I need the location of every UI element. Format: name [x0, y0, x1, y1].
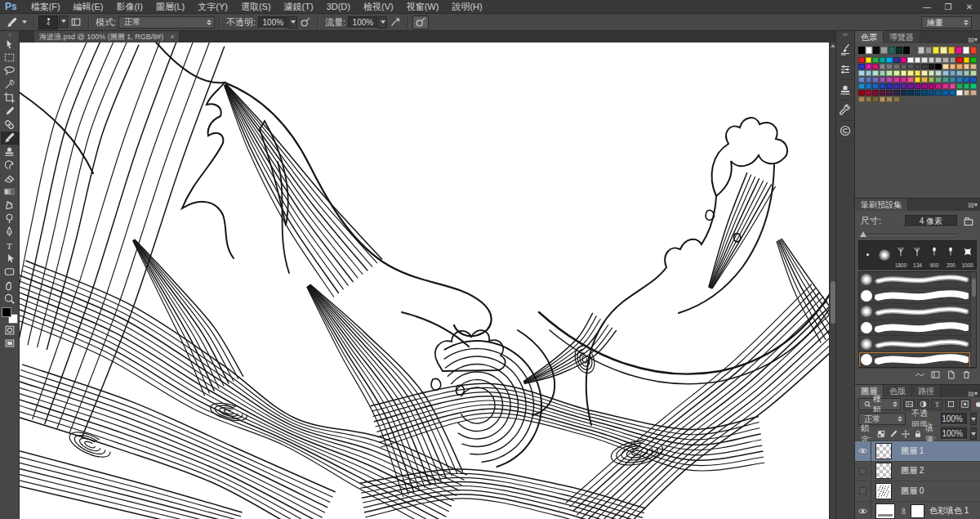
layer-row-1[interactable]: 圖層 2 [855, 462, 980, 482]
color-swatch[interactable] [907, 70, 914, 76]
color-swatch[interactable] [872, 90, 879, 96]
color-swatch[interactable] [901, 83, 907, 89]
brush-preset-row-1[interactable] [859, 289, 970, 305]
flow-dropdown[interactable] [378, 16, 387, 29]
color-swatch[interactable] [907, 77, 914, 83]
squiggle-button[interactable] [915, 369, 925, 380]
color-swatch[interactable] [886, 96, 893, 102]
color-swatch[interactable] [956, 70, 963, 76]
visibility-toggle[interactable] [855, 441, 871, 461]
recent-swatch[interactable] [873, 47, 880, 54]
color-swatch[interactable] [929, 83, 935, 89]
recent-swatch[interactable] [903, 47, 910, 54]
color-swatch[interactable] [893, 70, 900, 76]
color-swatch[interactable] [907, 57, 914, 63]
color-swatch[interactable] [901, 64, 907, 69]
color-swatch[interactable] [970, 77, 977, 83]
recent-swatch[interactable] [866, 47, 872, 54]
color-swatch[interactable] [880, 77, 886, 83]
color-swatch[interactable] [942, 57, 949, 63]
recent-swatch[interactable] [889, 47, 895, 54]
color-swatch[interactable] [964, 90, 970, 96]
document-tab[interactable]: 海波浪.psd @ 100% (圖層 1, RGB/8#) × [34, 31, 180, 43]
marquee-tool[interactable] [1, 51, 19, 64]
color-swatch[interactable] [866, 96, 872, 102]
menu-3[interactable]: 圖層(L) [149, 0, 191, 13]
visibility-toggle[interactable] [855, 462, 871, 481]
brush-tip-900[interactable]: 900 [926, 241, 942, 269]
color-swatch[interactable] [866, 77, 872, 83]
color-swatch[interactable] [907, 90, 914, 96]
panel-sq-button[interactable] [930, 369, 941, 380]
zoom-tool[interactable] [1, 292, 19, 305]
color-swatch[interactable] [950, 77, 956, 83]
color-swatch[interactable] [901, 77, 907, 83]
layer-row-0[interactable]: 圖層 1 [855, 441, 980, 462]
color-swatch[interactable] [880, 64, 886, 69]
color-swatch[interactable] [858, 96, 865, 102]
color-swatch[interactable] [921, 70, 928, 76]
color-swatch[interactable] [858, 70, 865, 76]
color-swatch[interactable] [880, 90, 886, 96]
visibility-toggle[interactable] [855, 481, 871, 501]
color-swatch[interactable] [907, 83, 914, 89]
color-swatch[interactable] [901, 90, 907, 96]
color-swatch[interactable] [866, 83, 872, 89]
airbrush-icon[interactable] [387, 16, 403, 29]
color-swatch[interactable] [886, 70, 893, 76]
color-swatch[interactable] [901, 70, 907, 76]
color-swatch[interactable] [964, 57, 970, 63]
foreground-color-swatch[interactable] [2, 307, 11, 317]
recent-swatch[interactable] [963, 47, 969, 54]
brush-list-scrollbar[interactable] [970, 272, 976, 367]
color-swatch[interactable] [893, 83, 900, 89]
color-swatch[interactable] [886, 83, 893, 89]
gradient-tool[interactable] [1, 185, 19, 198]
color-swatch[interactable] [901, 57, 907, 63]
color-swatch[interactable] [950, 57, 956, 63]
tab-swatches-1[interactable]: 導覽器 [884, 31, 920, 43]
menu-5[interactable]: 選取(S) [234, 0, 278, 13]
pressure-opacity-icon[interactable] [297, 16, 314, 29]
lock-all-button[interactable] [913, 429, 923, 439]
color-swatch[interactable] [858, 64, 865, 69]
layer-row-3[interactable]: 色彩填色 1 [855, 502, 980, 519]
dodge-tool[interactable] [1, 212, 19, 225]
lock-transparent-button[interactable] [876, 429, 886, 439]
menu-1[interactable]: 編輯(E) [67, 0, 110, 13]
tab-close-icon[interactable]: × [170, 33, 174, 41]
color-swatch[interactable] [872, 57, 879, 63]
menu-9[interactable]: 視窗(W) [400, 0, 446, 13]
blend-mode-select[interactable]: 正常 [118, 16, 215, 29]
color-swatch[interactable] [970, 83, 977, 89]
tab-layers-2[interactable]: 路徑 [912, 385, 941, 397]
brush-tip-200[interactable]: 200 [942, 241, 959, 269]
tab-swatches-0[interactable]: 色票 [855, 31, 884, 43]
brush-tip-soft[interactable] [875, 241, 892, 269]
filter-toggle[interactable] [975, 401, 977, 408]
minimize-button[interactable]: — [916, 0, 938, 13]
panel-menu-icon[interactable]: ▤▾ [968, 390, 978, 397]
color-swatch[interactable] [886, 77, 893, 83]
color-swatch[interactable] [915, 77, 921, 83]
scrollbar-thumb[interactable] [831, 281, 835, 324]
layer-fill-input[interactable]: 100% [941, 427, 967, 440]
color-swatch[interactable] [964, 83, 970, 89]
brush-preset-row-5[interactable] [859, 352, 970, 368]
color-swatch[interactable] [915, 70, 921, 76]
pen-tool[interactable] [1, 225, 19, 238]
menu-0[interactable]: 檔案(F) [24, 0, 67, 13]
color-swatch[interactable] [935, 77, 942, 83]
recent-swatch[interactable] [918, 47, 924, 54]
color-swatch[interactable] [942, 77, 949, 83]
color-swatch[interactable] [956, 90, 963, 96]
color-swatch[interactable] [866, 70, 872, 76]
layer-thumbnail[interactable] [875, 463, 892, 479]
color-swatch[interactable] [950, 64, 956, 69]
path-select-tool[interactable] [1, 252, 19, 265]
color-swatch[interactable] [858, 77, 865, 83]
layer-opacity-input[interactable]: 100% [941, 413, 967, 425]
flow-input[interactable]: 100% [348, 16, 377, 29]
history-brush-tool[interactable] [1, 159, 19, 172]
color-swatch[interactable] [872, 77, 879, 83]
